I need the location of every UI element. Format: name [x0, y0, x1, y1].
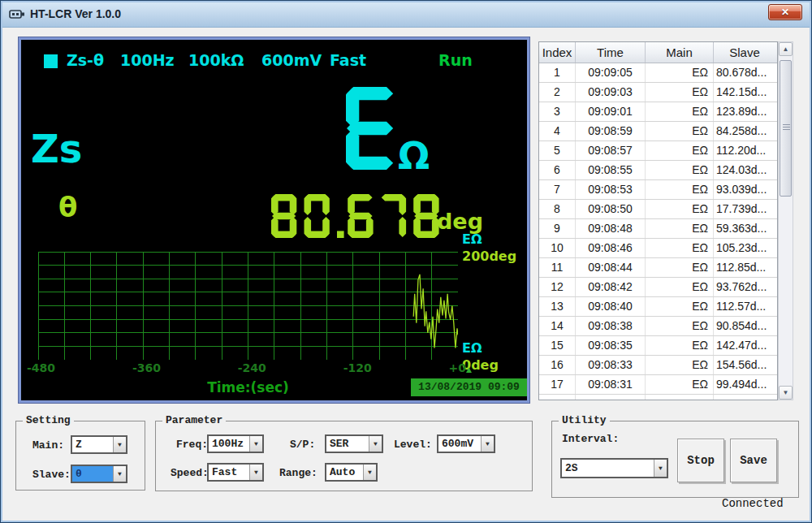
table-row[interactable]	[539, 395, 777, 400]
table-cell: EΩ	[646, 317, 714, 335]
table-cell: EΩ	[646, 141, 714, 160]
table-row[interactable]: 1309:08:40EΩ112.57d...	[539, 297, 777, 317]
table-row[interactable]: 409:08:59EΩ84.258d...	[539, 122, 777, 141]
table-cell: 7	[539, 180, 576, 199]
table-cell: 99.494d...	[714, 375, 775, 394]
speed-select[interactable]: Fast ▼	[207, 463, 264, 482]
slave-unit: deg	[437, 209, 483, 234]
table-scrollbar[interactable]: ▲ ▼	[778, 41, 793, 400]
scroll-up-icon[interactable]: ▲	[779, 42, 793, 56]
table-row[interactable]: 809:08:50EΩ17.739d...	[539, 200, 777, 219]
dropdown-arrow-icon[interactable]: ▼	[654, 460, 667, 477]
table-cell: EΩ	[646, 63, 714, 82]
axis-marker-icon: ▲	[466, 365, 472, 374]
table-cell: 142.47d...	[714, 336, 775, 355]
status-level: 600mV	[261, 51, 322, 69]
sp-value: SER	[326, 436, 369, 452]
table-row[interactable]: 509:08:57EΩ112.20d...	[539, 141, 777, 161]
range-label: Range:	[279, 467, 317, 479]
table-cell: 09:08:42	[576, 278, 646, 296]
table-header-time[interactable]: Time	[576, 42, 646, 63]
table-row[interactable]: 109:09:05EΩ80.678d...	[539, 63, 777, 83]
table-cell: EΩ	[646, 83, 714, 102]
table-cell: 09:08:44	[576, 258, 646, 277]
table-row[interactable]: 309:09:01EΩ123.89d...	[539, 102, 777, 122]
table-cell: 93.039d...	[714, 180, 775, 199]
table-cell: 10	[539, 239, 576, 257]
dropdown-arrow-icon[interactable]: ▼	[249, 465, 262, 480]
table-row[interactable]: 1509:08:35EΩ142.47d...	[539, 336, 777, 356]
scroll-down-icon[interactable]: ▼	[779, 386, 793, 400]
dropdown-arrow-icon[interactable]: ▼	[363, 465, 376, 480]
table-cell: 15	[539, 336, 576, 355]
sp-select[interactable]: SER ▼	[325, 434, 383, 453]
table-cell: 09:09:05	[576, 63, 646, 82]
table-cell: EΩ	[646, 102, 714, 121]
table-cell: 09:08:46	[576, 239, 646, 257]
dropdown-arrow-icon[interactable]: ▼	[249, 436, 262, 452]
app-icon	[9, 9, 25, 19]
table-row[interactable]: 1109:08:44EΩ112.85d...	[539, 258, 777, 278]
range-select[interactable]: Auto ▼	[325, 463, 378, 482]
dropdown-arrow-icon[interactable]: ▼	[481, 436, 494, 452]
setting-group: Setting Main: Z ▼ Slave: θ ▼	[15, 421, 145, 491]
freq-label: Freq:	[176, 439, 208, 451]
interval-select[interactable]: 2S ▼	[560, 458, 668, 478]
table-row[interactable]: 1009:08:46EΩ105.23d...	[539, 239, 777, 258]
table-row[interactable]: 1609:08:33EΩ154.56d...	[539, 356, 777, 375]
level-value: 600mV	[438, 436, 481, 452]
measurement-table-body: 109:09:05EΩ80.678d...209:09:03EΩ142.15d.…	[539, 63, 777, 400]
table-cell: 8	[539, 200, 576, 218]
graph-ymax-label: 200deg	[462, 249, 516, 264]
table-cell: EΩ	[646, 297, 714, 316]
table-cell: 09:09:01	[576, 102, 646, 121]
freq-select[interactable]: 100Hz ▼	[207, 434, 264, 453]
table-cell: 17.739d...	[714, 200, 775, 218]
table-cell: 09:08:40	[576, 297, 646, 316]
close-button[interactable]: ✕	[768, 4, 802, 20]
table-row[interactable]: 909:08:48EΩ59.363d...	[539, 219, 777, 239]
window-title: HT-LCR Ver 1.0.0	[30, 7, 121, 20]
table-cell	[576, 395, 646, 400]
status-square-icon	[44, 54, 58, 68]
slave-select[interactable]: θ ▼	[71, 465, 127, 483]
table-cell	[539, 395, 576, 400]
table-cell: EΩ	[646, 180, 714, 199]
stop-button[interactable]: Stop	[677, 439, 724, 482]
table-row[interactable]: 709:08:53EΩ93.039d...	[539, 180, 777, 200]
table-cell: 16	[539, 356, 576, 374]
dropdown-arrow-icon[interactable]: ▼	[113, 466, 126, 482]
table-cell: 112.57d...	[714, 297, 775, 316]
table-cell: EΩ	[646, 200, 714, 218]
main-select[interactable]: Z ▼	[71, 435, 127, 454]
table-row[interactable]: 609:08:55EΩ124.03d...	[539, 161, 777, 180]
x-tick-label: -360	[132, 361, 161, 377]
table-cell: EΩ	[646, 239, 714, 257]
table-cell: EΩ	[646, 336, 714, 355]
close-icon: ✕	[781, 6, 789, 18]
interval-label: Interval:	[562, 433, 619, 445]
table-cell: 09:08:38	[576, 317, 646, 335]
table-row[interactable]: 209:09:03EΩ142.15d...	[539, 83, 777, 102]
sp-label: S/P:	[290, 439, 315, 451]
table-cell: 09:08:50	[576, 200, 646, 218]
table-header-index[interactable]: Index	[539, 42, 576, 63]
table-row[interactable]: 1209:08:42EΩ93.762d...	[539, 278, 777, 297]
title-bar[interactable]: HT-LCR Ver 1.0.0 ✕	[1, 1, 811, 28]
table-header-main[interactable]: Main	[646, 42, 714, 63]
table-cell: 11	[539, 258, 576, 277]
save-button[interactable]: Save	[730, 439, 777, 482]
table-cell: 3	[539, 102, 576, 121]
table-row[interactable]: 1409:08:38EΩ90.854d...	[539, 317, 777, 336]
dropdown-arrow-icon[interactable]: ▼	[113, 437, 126, 452]
table-cell: 09:08:55	[576, 161, 646, 179]
level-select[interactable]: 600mV ▼	[437, 434, 495, 453]
scrollbar-thumb[interactable]	[780, 60, 792, 197]
table-cell: 59.363d...	[714, 219, 775, 238]
setting-group-title: Setting	[23, 414, 74, 426]
table-row[interactable]: 1709:08:31EΩ99.494d...	[539, 375, 777, 395]
table-cell: 09:08:57	[576, 141, 646, 160]
status-range: 100kΩ	[188, 51, 244, 69]
dropdown-arrow-icon[interactable]: ▼	[369, 436, 382, 452]
table-header-slave[interactable]: Slave	[714, 42, 775, 63]
